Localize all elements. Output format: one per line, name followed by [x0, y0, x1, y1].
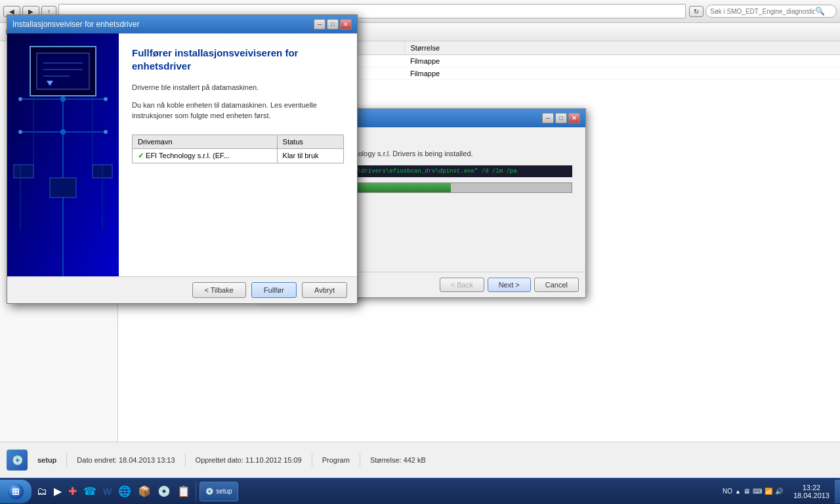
driver-name-header: Drivemavn [133, 135, 278, 148]
status-separator3 [312, 453, 312, 467]
efi-maximize-btn[interactable]: □ [555, 113, 567, 123]
wizard-titlebar: Installasjonsveiviser for enhetsdriver ─… [7, 15, 357, 33]
show-desktop-btn[interactable] [835, 480, 840, 503]
efi-dialog-buttons: < Back Next > Cancel [440, 278, 579, 292]
wizard-body: Fullfører installasjonsveiviseren for en… [7, 33, 357, 276]
active-task-label: setup [216, 488, 232, 495]
taskbar-app2-btn[interactable]: 📋 [175, 482, 193, 501]
status-separator2 [185, 453, 186, 467]
wizard-maximize-btn[interactable]: □ [327, 19, 339, 30]
efi-cancel-btn[interactable]: Cancel [534, 278, 579, 292]
taskbar-app1-btn[interactable]: 📦 [135, 482, 154, 501]
tray-volume: 🔊 [775, 488, 783, 495]
svg-point-15 [104, 130, 108, 134]
row-type: Filmappe [405, 68, 840, 80]
taskbar-tasks: 💿 setup [196, 482, 717, 501]
wizard-back-btn[interactable]: < Tilbake [192, 282, 246, 298]
driver-status-cell: Klar til bruk [277, 148, 343, 163]
wizard-sidebar-image [7, 33, 119, 276]
system-tray: NO ▲ 🖥 ⌨ 📶 🔊 [717, 488, 788, 495]
explorer-icon: 🗂 [37, 486, 47, 497]
explorer-search-box[interactable]: 🔍 [705, 5, 837, 18]
wizard-content: Fullfører installasjonsveiviseren for en… [119, 33, 357, 276]
plus-icon: ✚ [68, 485, 77, 497]
efi-minimize-btn[interactable]: ─ [542, 113, 554, 123]
status-bar: 💿 setup Dato endret: 18.04.2013 13:13 Op… [0, 442, 840, 478]
svg-point-13 [104, 97, 108, 101]
clock-display[interactable]: 13:22 18.04.2013 [788, 484, 835, 499]
taskbar-skype-btn[interactable]: ☎ [81, 482, 99, 501]
tray-icon2: ⌨ [753, 488, 762, 495]
status-filename: setup [37, 456, 56, 464]
wizard-finish-btn[interactable]: Fullfør [251, 282, 297, 298]
status-separator4 [360, 453, 360, 467]
taskbar-explorer-btn[interactable]: 🗂 [34, 482, 50, 501]
svg-rect-20 [50, 178, 76, 198]
svg-point-16 [60, 96, 66, 102]
svg-rect-18 [14, 165, 33, 178]
wizard-cancel-btn[interactable]: Avbryt [302, 282, 347, 298]
wizard-footer: < Tilbake Fullfør Avbryt [7, 276, 357, 303]
svg-point-14 [18, 130, 22, 134]
wizard-driver-table: Drivemavn Status ✓ EFI Technology s.r.l.… [132, 135, 344, 163]
status-size: Størrelse: 442 kB [370, 456, 426, 464]
efi-titlebar-controls: ─ □ ✕ [542, 113, 580, 123]
disc-icon: 💿 [158, 485, 171, 497]
driver-name-cell: ✓ EFI Technology s.r.l. (EF... [133, 148, 278, 163]
status-created: Opprettet dato: 11.10.2012 15:09 [196, 456, 302, 464]
svg-point-17 [60, 129, 66, 135]
status-date-modified: Dato endret: 18.04.2013 13:13 [77, 456, 175, 464]
wizard-minimize-btn[interactable]: ─ [314, 19, 326, 30]
windows-orb: ⊞ [8, 484, 24, 499]
tray-network: 📶 [765, 488, 772, 495]
app1-icon: 📦 [138, 485, 151, 497]
circuit-svg [7, 33, 119, 276]
desktop: ◀ ▶ ↑ ↻ 🔍 ⊞ ⊟ | ? Type St [0, 0, 840, 504]
svg-point-12 [18, 97, 22, 101]
status-file-icon: 💿 [7, 450, 28, 471]
efi-close-btn[interactable]: ✕ [568, 113, 580, 123]
taskbar-word-btn[interactable]: W [100, 482, 114, 501]
tray-icon1: 🖥 [744, 488, 750, 495]
explorer-search-input[interactable] [710, 8, 815, 15]
status-checkmark: ✓ [138, 152, 146, 159]
quick-launch: 🗂 ▶ ✚ ☎ W 🌐 📦 💿 📋 [32, 482, 196, 501]
ie-icon: 🌐 [118, 485, 131, 497]
device-driver-wizard: Installasjonsveiviser for enhetsdriver ─… [7, 14, 358, 304]
tray-arrow-up[interactable]: ▲ [735, 488, 741, 495]
start-button[interactable]: ⊞ [0, 480, 32, 503]
search-icon: 🔍 [815, 7, 825, 16]
status-separator1 [66, 453, 67, 467]
windows-logo: ⊞ [12, 486, 20, 497]
svg-rect-7 [37, 53, 89, 89]
taskbar-ie-btn[interactable]: 🌐 [116, 482, 134, 501]
taskbar-plus-btn[interactable]: ✚ [66, 482, 79, 501]
skype-icon: ☎ [83, 485, 96, 497]
taskbar: ⊞ 🗂 ▶ ✚ ☎ W 🌐 📦 [0, 478, 840, 504]
app2-icon: 📋 [177, 485, 190, 497]
driver-status-header: Status [277, 135, 343, 148]
driver-table-row: ✓ EFI Technology s.r.l. (EF... Klar til … [133, 148, 344, 163]
driver-name-value: EFI Technology s.r.l. (EF... [146, 152, 230, 159]
row-type: Filmappe [405, 55, 840, 68]
wizard-close-btn[interactable]: ✕ [340, 19, 352, 30]
taskbar-media-btn[interactable]: ▶ [51, 482, 64, 501]
explorer-refresh-btn[interactable]: ↻ [689, 6, 704, 17]
taskbar-disc-btn[interactable]: 💿 [155, 482, 173, 501]
clock-date: 18.04.2013 [793, 492, 830, 499]
wizard-heading: Fullfører installasjonsveiviseren for en… [132, 47, 344, 72]
efi-next-btn[interactable]: Next > [488, 278, 531, 292]
wizard-text1: Driverne ble installert på datamaskinen. [132, 82, 344, 93]
clock-time: 13:22 [793, 484, 830, 492]
wizard-titlebar-controls: ─ □ ✕ [314, 19, 352, 30]
efi-back-btn[interactable]: < Back [440, 278, 484, 292]
status-type: Program [322, 456, 350, 464]
wizard-text2: Du kan nå koble enheten til datamaskinen… [132, 100, 344, 121]
wizard-title: Installasjonsveiviser for enhetsdriver [12, 20, 139, 29]
col-size: Størrelse [405, 41, 840, 55]
active-task-icon: 💿 [205, 488, 213, 495]
tray-locale: NO [723, 488, 732, 495]
taskbar-active-task[interactable]: 💿 setup [200, 482, 238, 501]
word-icon: W [103, 486, 112, 497]
media-icon: ▶ [54, 485, 62, 497]
